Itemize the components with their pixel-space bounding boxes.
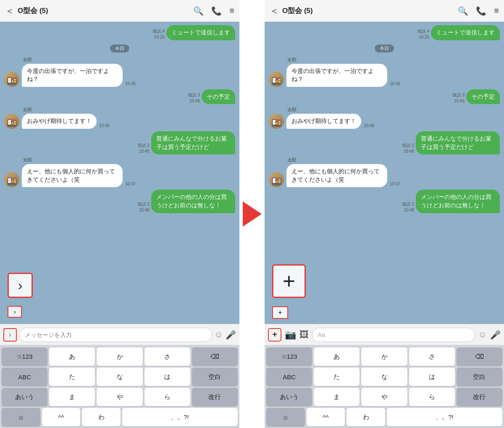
kb-key-a1-2[interactable]: あ	[314, 347, 360, 366]
msg-row-2-2: その予定 既読 3 10:46	[269, 89, 500, 104]
kb-key-123-1[interactable]: ☆123	[2, 347, 47, 366]
expand-input-box-1[interactable]: ›	[8, 306, 22, 318]
menu-icon-2[interactable]: ≡	[494, 6, 499, 16]
msg-col-2-3: 太郎 おみやげ期待してます！	[286, 107, 361, 129]
kb-key-ya-2[interactable]: や	[361, 388, 407, 406]
emoji-icon-1[interactable]: ☺	[215, 330, 223, 339]
kb-key-ha-1[interactable]: は	[144, 368, 190, 386]
expand-button-1[interactable]: ›	[3, 328, 17, 342]
msg-row-6: メンバーの他の人の分は買うけどお前のは無しな！ 既読 2 10:48	[4, 190, 235, 213]
kb-key-ra-2[interactable]: ら	[409, 388, 455, 406]
kb-key-space-1[interactable]: 空白	[192, 368, 238, 386]
kb-key-emoji-1[interactable]: ☺	[2, 408, 40, 426]
msg-meta-2-6: 既読 2 10:48	[402, 201, 414, 212]
kb-key-punct-2[interactable]: 、。?!	[387, 408, 502, 426]
date-label-1: 今日	[4, 44, 235, 52]
bubble-6: メンバーの他の人の分は買うけどお前のは無しな！	[151, 190, 235, 213]
kb-row-4-1: ☺ ^^ わ 、。?!	[2, 408, 238, 426]
panel-1: ＜ O型会 (5) 🔍 📞 ≡ ミュートで送信します 既読 4 19:25 今日…	[0, 0, 239, 428]
kb-key-na-2[interactable]: な	[361, 368, 407, 386]
kb-key-abc-1[interactable]: ABC	[2, 368, 47, 386]
msg-meta-top-2: 既読 4 19:25	[417, 29, 429, 39]
bubble-2-6: メンバーの他の人の分は買うけどお前のは無しな！	[416, 190, 500, 213]
msg-col-2-1: 太郎 今度の出張ですが、一泊ですよね？	[286, 57, 387, 87]
avatar-2-1: 🍱	[269, 72, 284, 87]
search-icon-2[interactable]: 🔍	[458, 6, 468, 16]
input-bar-1: › ☺ 🎤	[0, 324, 239, 345]
kb-key-hat-1[interactable]: ^^	[42, 408, 81, 426]
kb-key-sa1-2[interactable]: さ	[409, 347, 455, 366]
big-plus-overlay[interactable]: +	[272, 264, 306, 298]
small-plus-box[interactable]: +	[272, 306, 288, 319]
kb-row-2-1: ABC た な は 空白	[2, 368, 238, 386]
kb-key-del-1[interactable]: ⌫	[192, 347, 238, 366]
msg-row-top-2: ミュートで送信します 既読 4 19:25	[269, 25, 500, 40]
msg-row-2: その予定 既読 3 10:46	[4, 89, 235, 104]
msg-row-2-3: 🍱 太郎 おみやげ期待してます！ 10:46	[269, 107, 500, 129]
chat-header-2: ＜ O型会 (5) 🔍 📞 ≡	[265, 0, 504, 22]
kb-row-1-2: ☆123 あ か さ ⌫	[266, 347, 502, 366]
keyboard-1: ☆123 あ か さ ⌫ ABC た な は 空白 あいう ま や ら 改行 ☺…	[0, 345, 239, 428]
kb-key-wa-2[interactable]: わ	[346, 408, 385, 426]
kb-key-123-2[interactable]: ☆123	[266, 347, 312, 366]
msg-name-5: 太郎	[23, 157, 123, 163]
kb-row-1-1: ☆123 あ か さ ⌫	[2, 347, 238, 366]
search-icon-1[interactable]: 🔍	[193, 6, 204, 16]
emoji-icon-2[interactable]: ☺	[478, 330, 487, 339]
kb-key-na-1[interactable]: な	[97, 368, 142, 386]
kb-key-ya-1[interactable]: や	[97, 388, 142, 406]
msg-meta-2-5: 10:47	[390, 182, 400, 186]
phone-icon-1[interactable]: 📞	[211, 6, 222, 16]
kb-key-ma-2[interactable]: ま	[314, 388, 360, 406]
avatar-1: 🍱	[4, 72, 19, 87]
message-input-2[interactable]: Aa	[312, 328, 475, 342]
bubble-2-4: 普通にみんなで分けるお菓子は買う予定だけど	[416, 131, 500, 154]
kb-key-punct-1[interactable]: 、。?!	[122, 408, 238, 426]
kb-key-ta-1[interactable]: た	[49, 368, 95, 386]
msg-col-3: 太郎 おみやげ期待してます！	[22, 107, 97, 129]
kb-key-aiu-1[interactable]: あいう	[2, 388, 47, 406]
msg-row-2-4: 普通にみんなで分けるお菓子は買う予定だけど 既読 2 10:46	[269, 131, 500, 154]
msg-name-2-1: 太郎	[287, 57, 387, 63]
back-button-2[interactable]: ＜	[270, 5, 279, 17]
kb-key-enter-2[interactable]: 改行	[457, 388, 502, 406]
kb-key-emoji-2[interactable]: ☺	[266, 408, 305, 426]
chat-header-1: ＜ O型会 (5) 🔍 📞 ≡	[0, 0, 239, 22]
camera-button-2[interactable]: 📷	[285, 329, 296, 340]
menu-icon-1[interactable]: ≡	[229, 6, 234, 16]
kb-key-enter-1[interactable]: 改行	[192, 388, 238, 406]
kb-row-2-2: ABC た な は 空白	[266, 368, 502, 386]
mic-icon-1[interactable]: 🎤	[226, 330, 236, 340]
message-input-1[interactable]	[19, 328, 212, 342]
keyboard-2: ☆123 あ か さ ⌫ ABC た な は 空白 あいう ま や ら 改行 ☺…	[265, 345, 504, 428]
kb-key-aiu-2[interactable]: あいう	[266, 388, 312, 406]
msg-row-2-5: 🍱 太郎 えー、他にも個人的に何か買ってきてくださいよ（笑 10:47	[269, 157, 500, 187]
bubble-2-2: その予定	[466, 89, 500, 104]
expand-overlay-1[interactable]: ›	[8, 273, 33, 298]
kb-key-ka1-2[interactable]: か	[361, 347, 407, 366]
kb-key-sa1-1[interactable]: さ	[144, 347, 190, 366]
back-button-1[interactable]: ＜	[5, 5, 14, 17]
msg-name-3: 太郎	[23, 107, 97, 113]
date-badge-2: 今日	[375, 44, 394, 52]
plus-button-2[interactable]: +	[268, 328, 281, 342]
mic-icon-2[interactable]: 🎤	[490, 330, 501, 340]
phone-icon-2[interactable]: 📞	[476, 6, 486, 16]
bubble-2-5: えー、他にも個人的に何か買ってきてくださいよ（笑	[286, 164, 387, 187]
kb-key-abc-2[interactable]: ABC	[266, 368, 312, 386]
kb-key-del-2[interactable]: ⌫	[457, 347, 502, 366]
image-button-2[interactable]: 🖼	[299, 329, 309, 340]
kb-key-wa-1[interactable]: わ	[82, 408, 121, 426]
kb-key-hat-2[interactable]: ^^	[307, 408, 345, 426]
header-icons-1: 🔍 📞 ≡	[193, 6, 234, 16]
kb-key-ka1-1[interactable]: か	[97, 347, 142, 366]
kb-key-ra-1[interactable]: ら	[144, 388, 190, 406]
kb-key-ma-1[interactable]: ま	[49, 388, 95, 406]
kb-key-space-2[interactable]: 空白	[457, 368, 502, 386]
kb-key-ta-2[interactable]: た	[314, 368, 360, 386]
kb-key-ha-2[interactable]: は	[409, 368, 455, 386]
msg-row-top-1: ミュートで送信します 既読 4 19:25	[4, 25, 235, 40]
kb-key-a1-1[interactable]: あ	[49, 347, 95, 366]
bubble-3: おみやげ期待してます！	[22, 114, 97, 129]
msg-meta-2: 既読 3 10:46	[188, 92, 200, 103]
